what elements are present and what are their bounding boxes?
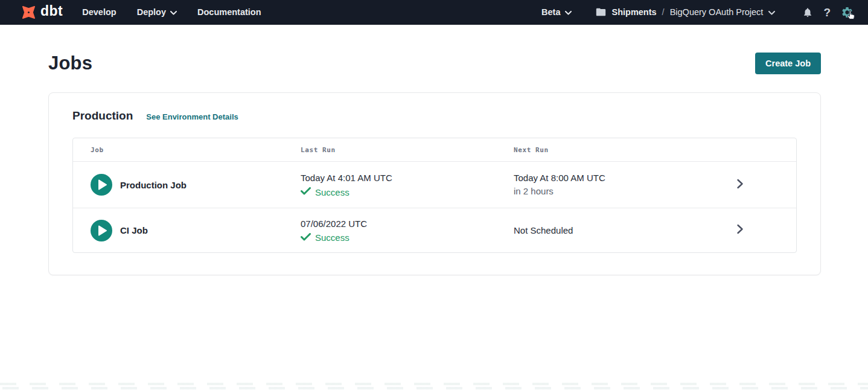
primary-nav: Develop Deploy Documentation xyxy=(82,7,281,17)
beta-label: Beta xyxy=(541,7,560,17)
next-run-cell: Not Scheduled xyxy=(514,225,728,237)
footer-dash-divider xyxy=(0,383,868,385)
environment-card: Production See Environment Details Job L… xyxy=(48,92,821,275)
navbar-icons: ? xyxy=(792,6,854,19)
status-text: Success xyxy=(315,232,349,243)
nav-item-label: Develop xyxy=(82,7,116,17)
chevron-down-icon xyxy=(768,7,775,17)
last-run-time: Today At 4:01 AM UTC xyxy=(301,172,514,184)
environment-name: Production xyxy=(72,109,133,123)
help-icon[interactable]: ? xyxy=(823,7,831,18)
breadcrumb-account[interactable]: Shipments xyxy=(611,7,656,17)
breadcrumb: Shipments / BigQuery OAuth Project xyxy=(596,7,775,17)
job-cell: CI Job xyxy=(73,220,301,241)
run-job-play-button[interactable] xyxy=(91,220,112,241)
dbt-logo-text: dbt xyxy=(40,4,63,20)
column-header-last-run: Last Run xyxy=(301,146,514,154)
top-navbar: dbt Develop Deploy Documentation Beta Sh… xyxy=(0,0,868,25)
next-run-note: in 2 hours xyxy=(514,185,728,197)
next-run-time: Not Scheduled xyxy=(514,225,728,237)
navbar-right: Beta Shipments / BigQuery OAuth Project … xyxy=(541,6,854,19)
footer-dash-divider xyxy=(2,387,868,389)
job-name: Production Job xyxy=(120,180,187,190)
table-header-row: Job Last Run Next Run xyxy=(73,138,796,162)
check-icon xyxy=(301,187,311,197)
chevron-right-icon[interactable] xyxy=(736,179,744,191)
table-row[interactable]: Production Job Today At 4:01 AM UTC Succ… xyxy=(73,162,796,208)
page-header: Jobs Create Job xyxy=(48,53,821,74)
notifications-bell-icon[interactable] xyxy=(802,7,813,18)
last-run-status: Success xyxy=(301,187,514,197)
breadcrumb-separator: / xyxy=(662,7,665,17)
run-job-play-button[interactable] xyxy=(91,174,112,196)
create-job-button[interactable]: Create Job xyxy=(755,53,821,74)
nav-item-label: Documentation xyxy=(197,7,261,17)
environment-header: Production See Environment Details xyxy=(72,109,797,123)
settings-gear-icon[interactable] xyxy=(841,6,854,19)
nav-item-deploy[interactable]: Deploy xyxy=(137,7,177,17)
page-title: Jobs xyxy=(48,53,92,74)
column-header-next-run: Next Run xyxy=(514,146,728,154)
table-row[interactable]: CI Job 07/06/2022 UTC Success Not Schedu… xyxy=(73,208,796,252)
next-run-cell: Today At 8:00 AM UTC in 2 hours xyxy=(514,172,728,197)
main-content: Jobs Create Job Production See Environme… xyxy=(0,53,868,275)
chevron-right-icon[interactable] xyxy=(736,224,744,237)
status-text: Success xyxy=(315,187,349,197)
last-run-time: 07/06/2022 UTC xyxy=(301,218,514,230)
folder-icon xyxy=(596,8,606,16)
next-run-time: Today At 8:00 AM UTC xyxy=(514,172,728,184)
row-chevron-cell xyxy=(728,224,796,237)
last-run-status: Success xyxy=(301,232,514,243)
column-header-job: Job xyxy=(73,146,301,154)
chevron-down-icon xyxy=(170,7,177,17)
beta-dropdown[interactable]: Beta xyxy=(541,7,572,17)
check-icon xyxy=(301,232,311,243)
nav-item-develop[interactable]: Develop xyxy=(82,7,116,17)
chevron-down-icon xyxy=(565,7,572,17)
jobs-table: Job Last Run Next Run Production Job xyxy=(72,138,797,253)
breadcrumb-project[interactable]: BigQuery OAuth Project xyxy=(670,7,764,17)
dbt-logo[interactable]: dbt xyxy=(20,4,63,21)
last-run-cell: Today At 4:01 AM UTC Success xyxy=(301,172,514,197)
dbt-logo-icon xyxy=(20,4,37,21)
last-run-cell: 07/06/2022 UTC Success xyxy=(301,218,514,243)
job-name: CI Job xyxy=(120,225,148,235)
nav-item-label: Deploy xyxy=(137,7,166,17)
nav-item-documentation[interactable]: Documentation xyxy=(197,7,261,17)
job-cell: Production Job xyxy=(73,174,301,196)
row-chevron-cell xyxy=(728,179,796,191)
see-environment-details-link[interactable]: See Environment Details xyxy=(146,112,238,121)
